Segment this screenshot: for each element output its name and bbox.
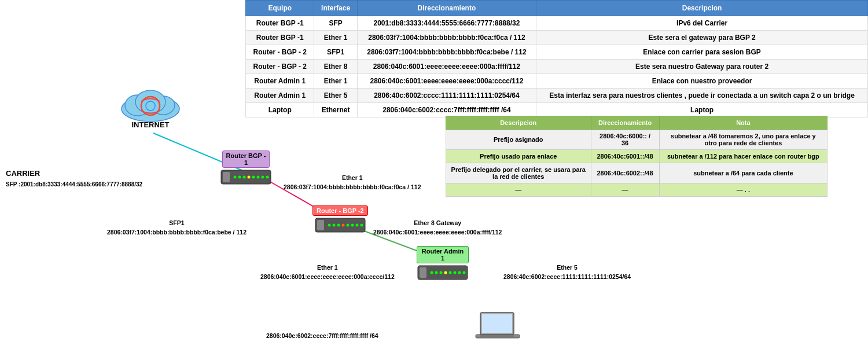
svg-point-16: [248, 176, 251, 179]
bgp1-ether1-addr: 2806:03f7:1004:bbbb:bbbb:bbbb:f0ca:f0ca …: [284, 183, 421, 192]
admin1-ether1-addr: 2806:040c:6001:eeee:eeee:eeee:000a:cccc/…: [260, 273, 395, 282]
internet-cloud: INTERNET: [113, 75, 188, 133]
svg-rect-44: [480, 335, 514, 337]
cell-descripcion: IPv6 del Carrier: [536, 16, 868, 31]
router-bgp1-label: Router BGP -1: [222, 150, 270, 168]
cell-descripcion: Enlace con carrier para sesion BGP: [536, 45, 868, 60]
admin1-ether5-label: Ether 5: [503, 263, 631, 273]
cell-descripcion: Este sera nuestro Gateway para router 2: [536, 60, 868, 74]
laptop-addr-info: 2806:040c:6002:cccc:7fff:ffff:ffff:ffff …: [266, 332, 378, 341]
info-col-nota: Nota: [659, 116, 827, 130]
router-admin1-box: Router Admin 1: [417, 246, 469, 281]
admin1-ether5-addr: 2806:40c:6002:cccc:1111:1111:1111:0254/6…: [503, 273, 631, 282]
prefix-info-table: Descripcion Direccionamiento Nota Prefij…: [446, 116, 827, 197]
bgp2-sfp1-info: SFP1 2806:03f7:1004:bbbb:bbbb:bbbb:f0ca:…: [107, 219, 247, 237]
info-cell-descripcion: Prefijo asignado: [446, 130, 591, 150]
col-descripcion: Descripcion: [536, 1, 868, 16]
info-cell-direccionamiento: —: [591, 183, 659, 197]
svg-point-26: [341, 224, 344, 227]
svg-point-20: [266, 176, 269, 179]
info-cell-nota: subnetear a /112 para hacer enlace con r…: [659, 150, 827, 163]
info-cell-direccionamiento: 2806:40c:6002::/48: [591, 163, 659, 183]
laptop-icon: [475, 311, 521, 348]
info-table-row: ——— . .: [446, 183, 827, 197]
svg-point-24: [332, 224, 335, 227]
admin1-ether1-label: Ether 1: [260, 263, 395, 273]
router-bgp2-label: Router - BGP -2: [312, 205, 368, 216]
cloud-svg: [116, 80, 185, 126]
svg-point-15: [243, 176, 246, 179]
bgp2-sfp1-label: SFP1: [107, 219, 247, 228]
info-cell-descripcion: Prefijo delegado por el carrier, se usar…: [446, 163, 591, 183]
svg-point-18: [257, 176, 260, 179]
info-cell-nota: subnetear a /64 para cada cliente: [659, 163, 827, 183]
router-bgp2-box: Router - BGP -2: [312, 205, 368, 233]
svg-rect-12: [223, 172, 230, 182]
svg-point-39: [458, 271, 461, 274]
svg-point-17: [252, 176, 255, 179]
admin1-ether5-info: Ether 5 2806:40c:6002:cccc:1111:1111:111…: [503, 263, 631, 282]
bgp1-ether1-label: Ether 1: [284, 174, 421, 183]
info-cell-nota: — . .: [659, 183, 827, 197]
svg-point-23: [328, 224, 330, 227]
svg-point-40: [463, 271, 466, 274]
info-table-container: Descripcion Direccionamiento Nota Prefij…: [446, 116, 827, 197]
info-col-direccionamiento: Direccionamiento: [591, 116, 659, 130]
bgp2-ether8-addr: 2806:040c:6001:eeee:eeee:eeee:000a:ffff/…: [373, 228, 502, 237]
admin1-ether1-info: Ether 1 2806:040c:6001:eeee:eeee:eeee:00…: [260, 263, 395, 282]
svg-point-38: [454, 271, 457, 274]
svg-rect-42: [482, 314, 512, 333]
info-cell-descripcion: Prefijo usado para enlace: [446, 150, 591, 163]
info-cell-descripcion: —: [446, 183, 591, 197]
info-col-descripcion: Descripcion: [446, 116, 591, 130]
bgp1-ether1-info: Ether 1 2806:03f7:1004:bbbb:bbbb:bbbb:f0…: [284, 174, 421, 192]
svg-point-13: [234, 176, 237, 179]
svg-rect-22: [317, 220, 324, 230]
carrier-info: CARRIER SFP :2001:db8:3333:4444:5555:666…: [6, 168, 142, 189]
svg-point-36: [444, 271, 447, 274]
svg-point-19: [262, 176, 264, 179]
svg-point-8: [135, 90, 165, 113]
router-admin1-label: Router Admin 1: [417, 246, 469, 263]
info-table-row: Prefijo delegado por el carrier, se usar…: [446, 163, 827, 183]
svg-point-34: [435, 271, 438, 274]
router-bgp1-icon: [220, 169, 272, 185]
svg-point-29: [355, 224, 358, 227]
router-bgp1-box: Router BGP -1: [220, 150, 272, 185]
bgp2-sfp1-addr: 2806:03f7:1004:bbbb:bbbb:bbbb:f0ca:bebe …: [107, 228, 247, 237]
svg-point-33: [431, 271, 433, 274]
info-table-row: Prefijo asignado2806:40c:6000:: / 36subn…: [446, 130, 827, 150]
svg-point-28: [351, 224, 354, 227]
router-bgp2-icon: [314, 217, 366, 233]
bgp2-ether8-info: Ether 8 Gateway 2806:040c:6001:eeee:eeee…: [373, 219, 502, 237]
router-admin1-icon: [417, 265, 469, 281]
cell-descripcion: Laptop: [536, 103, 868, 117]
svg-point-27: [346, 224, 349, 227]
bgp2-ether8-label: Ether 8 Gateway: [373, 219, 502, 228]
carrier-sfp: SFP :2001:db8:3333:4444:5555:6666:7777:8…: [6, 180, 142, 189]
svg-point-37: [449, 271, 452, 274]
carrier-label: CARRIER: [6, 168, 142, 180]
svg-point-35: [440, 271, 443, 274]
internet-label: INTERNET: [132, 120, 170, 129]
info-table-row: Prefijo usado para enlace2806:40c:6001::…: [446, 150, 827, 163]
info-cell-direccionamiento: 2806:40c:6000:: / 36: [591, 130, 659, 150]
svg-rect-32: [420, 267, 426, 278]
svg-point-30: [360, 224, 363, 227]
svg-point-14: [238, 176, 241, 179]
cell-descripcion: Esta interfaz sera para nuestros cliente…: [536, 89, 868, 103]
network-diagram: INTERNET CARRIER SFP :2001:db8:3333:4444…: [0, 0, 446, 360]
cell-descripcion: Enlace con nuestro proveedor: [536, 74, 868, 89]
svg-point-25: [337, 224, 340, 227]
info-cell-nota: subnetear a /48 tomaremos 2, uno para en…: [659, 130, 827, 150]
laptop-svg: [475, 311, 521, 346]
info-cell-direccionamiento: 2806:40c:6001::/48: [591, 150, 659, 163]
laptop-addr: 2806:040c:6002:cccc:7fff:ffff:ffff:ffff …: [266, 332, 378, 341]
cell-descripcion: Este sera el gateway para BGP 2: [536, 31, 868, 45]
